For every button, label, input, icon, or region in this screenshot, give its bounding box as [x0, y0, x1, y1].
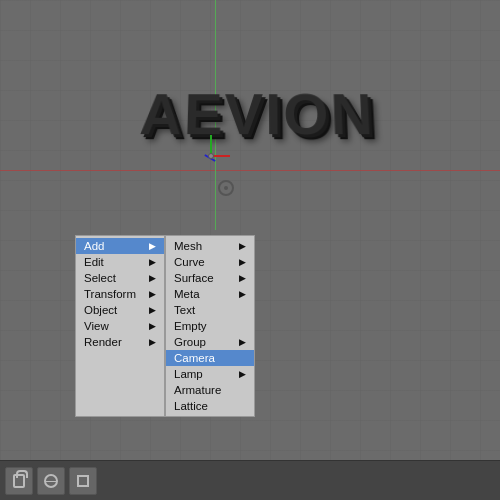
- globe-icon: [44, 474, 58, 488]
- submenu-item-armature[interactable]: Armature: [166, 382, 254, 398]
- submenu-arrow-transform: ▶: [149, 289, 156, 299]
- submenu-arrow-curve: ▶: [239, 257, 246, 267]
- menu-item-render[interactable]: Render ▶: [76, 334, 164, 350]
- submenu-item-surface[interactable]: Surface ▶: [166, 270, 254, 286]
- toolbar-globe-button[interactable]: [37, 467, 65, 495]
- viewport: AEVION Add ▶ Edit ▶ Select ▶ Transform: [0, 0, 500, 460]
- menu-item-transform[interactable]: Transform ▶: [76, 286, 164, 302]
- square-icon: [77, 475, 89, 487]
- menu-item-view[interactable]: View ▶: [76, 318, 164, 334]
- submenu-arrow-view: ▶: [149, 321, 156, 331]
- toolbar-lock-button[interactable]: [5, 467, 33, 495]
- gizmo-x-axis: [212, 155, 230, 157]
- submenu-arrow-edit: ▶: [149, 257, 156, 267]
- main-menu: Add ▶ Edit ▶ Select ▶ Transform ▶ Object…: [75, 235, 165, 417]
- sub-menu-add: Mesh ▶ Curve ▶ Surface ▶ Meta ▶ Text Emp…: [165, 235, 255, 417]
- menu-item-add[interactable]: Add ▶: [76, 238, 164, 254]
- submenu-arrow-lamp: ▶: [239, 369, 246, 379]
- submenu-arrow-surface: ▶: [239, 273, 246, 283]
- lock-icon: [13, 474, 25, 488]
- 3d-logo: AEVION: [140, 80, 400, 180]
- submenu-item-group[interactable]: Group ▶: [166, 334, 254, 350]
- transform-gizmo: [200, 145, 220, 165]
- submenu-item-camera[interactable]: Camera: [166, 350, 254, 366]
- submenu-arrow-add: ▶: [149, 241, 156, 251]
- menu-item-object[interactable]: Object ▶: [76, 302, 164, 318]
- submenu-arrow-meta: ▶: [239, 289, 246, 299]
- toolbar-square-button[interactable]: [69, 467, 97, 495]
- context-menu: Add ▶ Edit ▶ Select ▶ Transform ▶ Object…: [75, 235, 255, 417]
- gizmo-center: [208, 153, 214, 159]
- submenu-arrow-object: ▶: [149, 305, 156, 315]
- submenu-item-lamp[interactable]: Lamp ▶: [166, 366, 254, 382]
- submenu-item-mesh[interactable]: Mesh ▶: [166, 238, 254, 254]
- submenu-item-lattice[interactable]: Lattice: [166, 398, 254, 414]
- logo-text: AEVION: [138, 81, 376, 148]
- submenu-item-curve[interactable]: Curve ▶: [166, 254, 254, 270]
- submenu-arrow-group: ▶: [239, 337, 246, 347]
- menu-item-select[interactable]: Select ▶: [76, 270, 164, 286]
- 3d-cursor-icon: [218, 180, 234, 196]
- submenu-arrow-mesh: ▶: [239, 241, 246, 251]
- menu-item-edit[interactable]: Edit ▶: [76, 254, 164, 270]
- submenu-item-meta[interactable]: Meta ▶: [166, 286, 254, 302]
- submenu-arrow-render: ▶: [149, 337, 156, 347]
- submenu-item-empty[interactable]: Empty: [166, 318, 254, 334]
- submenu-item-text[interactable]: Text: [166, 302, 254, 318]
- submenu-arrow-select: ▶: [149, 273, 156, 283]
- bottom-toolbar: [0, 460, 500, 500]
